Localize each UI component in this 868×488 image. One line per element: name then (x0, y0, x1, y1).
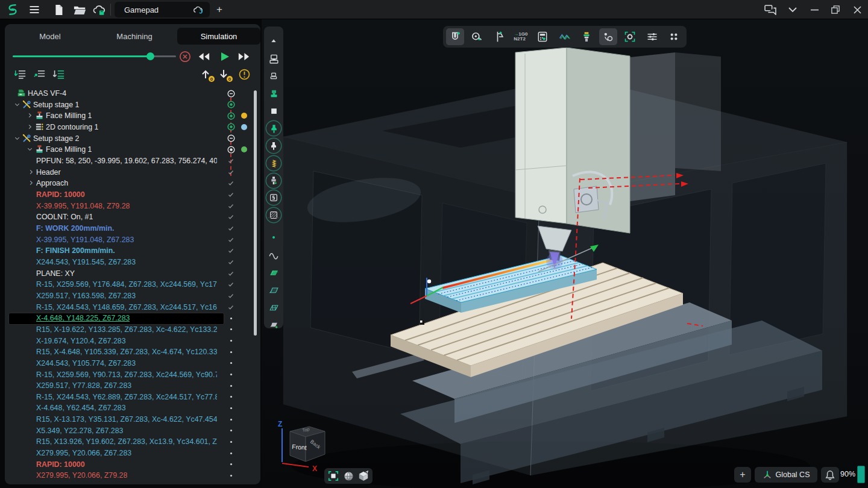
tape-measure-button[interactable] (468, 28, 486, 45)
status-minus-circle-icon[interactable] (226, 134, 236, 143)
fixture-button[interactable] (266, 190, 281, 205)
magnet-button[interactable] (446, 28, 464, 45)
chevron-down-icon[interactable] (14, 101, 21, 108)
machine-green-button[interactable] (266, 86, 281, 101)
caliper-button[interactable] (490, 28, 508, 45)
material-hatch-button[interactable] (266, 208, 281, 222)
tree-scrollbar[interactable] (254, 90, 257, 336)
curve-wave-button[interactable] (266, 248, 281, 262)
gcode-line[interactable]: Header (5, 167, 260, 178)
notifications-button[interactable] (821, 467, 839, 483)
next-warning-button[interactable]: 0 (217, 67, 230, 81)
gcode-line[interactable]: X279.995, Y20.066, Z79.28 (5, 470, 260, 481)
rewind-button[interactable] (197, 49, 211, 64)
surface-green-button[interactable] (266, 265, 281, 280)
gcode-line[interactable]: F: FINISH 200mm/min. (5, 245, 260, 257)
new-file-button[interactable] (51, 0, 66, 19)
gcode-line[interactable]: Approach (5, 178, 260, 189)
viewport-3d[interactable]: →1G0 N2T2 Z X Front Back Top + Global CS (262, 19, 868, 488)
gcode-line[interactable]: R-15, X244.543, Y62.889, Z67.283, Xc244.… (5, 392, 260, 403)
previous-warning-button[interactable]: 0 (199, 67, 212, 81)
warnings-button[interactable] (237, 67, 251, 81)
shading-sphere-button[interactable] (342, 470, 355, 482)
tree-item[interactable]: 2D contouring 1 (5, 122, 260, 133)
gcode-line[interactable]: RAPID: 10000 (5, 459, 260, 471)
window-close-button[interactable] (849, 0, 866, 19)
tool-green-button[interactable] (266, 121, 281, 136)
surface-gray-button[interactable] (266, 318, 281, 332)
gcode-line[interactable]: PLANE: XY (5, 268, 260, 280)
gcode-line[interactable]: R-15, X259.569, Y176.484, Z67.283, Xc244… (5, 279, 260, 290)
play-button[interactable] (218, 49, 232, 64)
gcode-text-button[interactable]: →1G0 N2T2 (512, 28, 530, 45)
gcode-line[interactable]: X-19.674, Y120.4, Z67.283 (5, 336, 260, 347)
main-menu-button[interactable] (27, 0, 42, 19)
chevron-right-icon[interactable] (28, 169, 35, 176)
status-green-circle-icon[interactable] (226, 100, 236, 110)
document-tab-gamepad[interactable]: Gamepad (115, 2, 210, 17)
spring-yellow-button[interactable] (266, 156, 281, 170)
global-cs-button[interactable]: Global CS (755, 467, 817, 483)
new-document-tab-button[interactable]: + (212, 0, 227, 19)
mesh-grid-button[interactable] (266, 300, 281, 314)
gcode-line[interactable]: COOLNT: On, #1 (5, 211, 260, 223)
point-green-button[interactable] (266, 230, 281, 245)
tab-model[interactable]: Model (8, 28, 92, 45)
chevron-down-icon[interactable] (27, 146, 34, 153)
gcode-line[interactable]: F: WORK 200mm/min. (5, 223, 260, 234)
tool-white-button[interactable] (266, 139, 281, 153)
gear-target-button[interactable] (621, 28, 639, 45)
gcode-line[interactable]: X5.349, Y22.278, Z67.283 (5, 425, 260, 437)
tree-item[interactable]: Face Milling 1 (5, 110, 260, 122)
gcode-line[interactable]: R15, X13.926, Y19.602, Z67.283, Xc13.9, … (5, 436, 260, 448)
status-green-circle-icon[interactable] (226, 122, 236, 132)
surface-outline-button[interactable] (266, 283, 281, 297)
slider-knob[interactable] (146, 52, 154, 60)
cloud-save-button[interactable] (90, 0, 108, 19)
window-minimize-button[interactable] (807, 0, 822, 19)
machine-medium-button[interactable] (266, 69, 281, 83)
goto-current-button[interactable] (33, 67, 46, 81)
add-coordinate-system-button[interactable]: + (734, 467, 751, 483)
gcode-line[interactable]: X259.517, Y77.828, Z67.283 (5, 380, 260, 392)
chevron-right-icon[interactable] (28, 180, 35, 187)
gcode-line[interactable]: R15, X-13.173, Y35.131, Z67.283, Xc-4.62… (5, 414, 260, 425)
fit-view-button[interactable] (327, 470, 340, 482)
machine-large-button[interactable] (266, 52, 281, 66)
gcode-line[interactable]: X244.543, Y105.774, Z67.283 (5, 358, 260, 369)
gcode-line[interactable]: X279.995, Y20.066, Z67.283 (5, 448, 260, 459)
status-green-circle-icon[interactable] (226, 111, 236, 120)
isometric-view-button[interactable] (357, 470, 370, 482)
tab-simulation[interactable]: Simulation (177, 28, 260, 45)
stop-simulation-button[interactable] (178, 49, 192, 64)
chevron-down-icon[interactable] (14, 135, 21, 142)
tab-machining[interactable]: Machining (93, 28, 176, 45)
chevron-right-icon[interactable] (27, 112, 34, 119)
collapse-up-button[interactable] (266, 34, 281, 48)
holder-button[interactable] (266, 174, 281, 188)
apps-grid-button[interactable] (665, 28, 683, 45)
tree-item[interactable]: Setup stage 2 (5, 133, 260, 145)
gcode-line[interactable]: X-39.995, Y191.048, Z79.28 (5, 201, 260, 212)
simulation-progress-slider[interactable] (13, 55, 176, 57)
trajectory-button[interactable] (599, 28, 617, 45)
tree-item[interactable]: Setup stage 1 (5, 99, 260, 111)
window-restore-button[interactable] (827, 0, 844, 19)
open-folder-button[interactable] (71, 0, 88, 19)
chevron-down-icon[interactable] (785, 0, 800, 19)
zoom-indicator-bar[interactable] (857, 466, 865, 483)
gcode-line[interactable]: X244.543, Y191.545, Z67.283 (5, 257, 260, 268)
chevron-right-icon[interactable] (27, 124, 34, 131)
calculator-button[interactable] (533, 28, 552, 45)
goto-end-button[interactable] (52, 67, 65, 81)
gcode-line[interactable]: X-4.648, Y148.225, Z67.283 (5, 313, 260, 324)
gcode-line[interactable]: X-39.995, Y191.048, Z67.283 (5, 234, 260, 246)
waveform-button[interactable] (556, 28, 574, 45)
stock-square-button[interactable] (266, 104, 281, 118)
gcode-line[interactable]: R-15, X259.569, Y90.713, Z67.283, Xc244.… (5, 369, 260, 381)
status-radio-icon[interactable] (226, 145, 236, 154)
filter-sliders-button[interactable] (643, 28, 661, 45)
status-minus-circle-icon[interactable] (226, 89, 236, 98)
gcode-line[interactable]: R15, X-19.622, Y133.285, Z67.283, Xc-4.6… (5, 324, 260, 336)
gcode-line[interactable]: RAPID: 10000 (5, 189, 260, 201)
